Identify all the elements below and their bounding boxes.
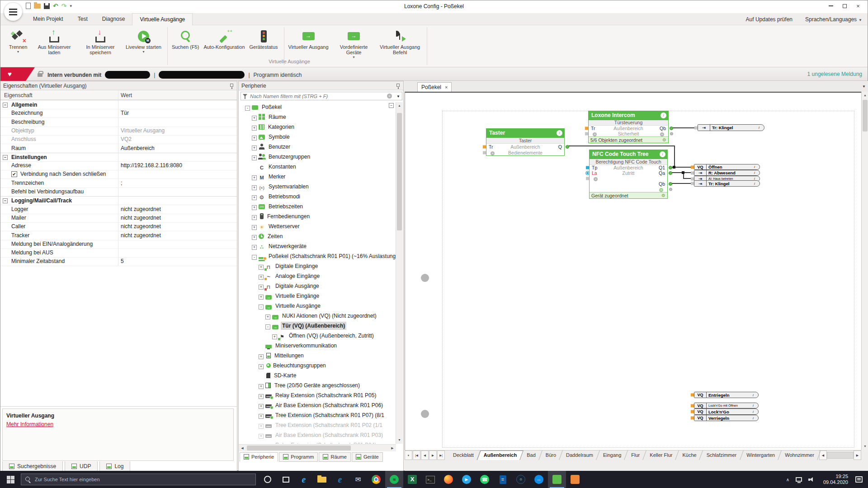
expand-icon[interactable]: + — [252, 235, 257, 240]
expand-icon[interactable]: + — [265, 314, 270, 319]
plus-port-icon[interactable]: + — [660, 132, 664, 136]
scroll-up-icon[interactable]: ▲ — [396, 102, 403, 109]
periphery-tab-programm[interactable]: Programm — [279, 452, 318, 462]
page-tab-wintergarten[interactable]: Wintergarten — [741, 450, 780, 460]
property-row-meldung-bei-aus[interactable]: Meldung bei AUS — [0, 249, 237, 258]
output-box-abwesend[interactable]: ⇥R: Abwesendi — [694, 170, 760, 176]
pin-icon[interactable] — [230, 84, 233, 87]
page-tab-außenbereich[interactable]: Außenbereich — [479, 450, 522, 460]
plus-port-icon[interactable]: + — [491, 151, 495, 155]
info-icon[interactable]: i — [753, 415, 758, 421]
tree-item-betriebszeiten[interactable]: +Betriebszeiten — [239, 202, 396, 211]
expand-icon[interactable]: + — [259, 285, 264, 290]
output-port[interactable] — [670, 132, 673, 136]
tree-item-zeiten[interactable]: +Zeiten — [239, 231, 396, 241]
info-icon[interactable]: i — [753, 392, 758, 398]
terminal-icon[interactable]: >_ — [421, 471, 439, 488]
expand-icon[interactable]: + — [259, 354, 264, 359]
tree-item-wetterserver[interactable]: +☀Wetterserver — [239, 221, 396, 231]
menu-tab-mein-projekt[interactable]: Mein Projekt — [26, 13, 71, 25]
output-port[interactable] — [669, 166, 672, 169]
ribbon-button-suchen-f5[interactable]: Suchen (F5) — [170, 28, 202, 51]
tree-item-virtuelle-eingänge[interactable]: +→Virtuelle Eingänge — [239, 291, 396, 301]
tree-item-relay-extension-schaltschrank-r01-p04[interactable]: +Relay Extension (Schaltschrank R01 P04) — [239, 440, 396, 444]
info-icon[interactable]: i — [753, 403, 758, 408]
property-row-bezeichnung[interactable]: BezeichnungTür — [0, 109, 237, 118]
ribbon-button-vordefinierte-geräte[interactable]: Vordefinierte Geräte▾ — [331, 28, 377, 60]
property-row-objekttyp[interactable]: ObjekttypVirtueller Ausgang — [0, 127, 237, 136]
plus-port-icon[interactable]: + — [594, 177, 598, 181]
taskbar-clock[interactable]: 19:25 09.04.2020 — [823, 474, 848, 485]
tree-item-beleuchtungsgruppen[interactable]: +Beleuchtungsgruppen — [239, 361, 396, 371]
loxone-config-icon[interactable] — [548, 471, 566, 488]
expand-icon[interactable]: + — [252, 175, 257, 180]
collapse-icon[interactable]: - — [245, 106, 250, 111]
input-port[interactable] — [586, 166, 589, 169]
file-explorer-icon[interactable] — [313, 471, 331, 488]
periphery-tab-peripherie[interactable]: Peripherie — [240, 452, 278, 462]
network-icon[interactable] — [796, 477, 802, 482]
output-box-lockngo[interactable]: VQLock'n'Goi — [694, 408, 759, 415]
property-row-verbindung-nach-senden-schließen[interactable]: ✔Verbindung nach Senden schließen — [0, 170, 237, 179]
tree-item-tree-20-50-geräte-angeschlossen[interactable]: +Tree (20/50 Geräte angeschlossen) — [239, 380, 396, 390]
canvas-vertical-scrollbar[interactable]: ▲ ▼ — [861, 92, 868, 450]
whatsapp-icon[interactable]: ☎ — [476, 471, 494, 488]
tree-item-kategorien[interactable]: +Kategorien — [239, 122, 396, 132]
expand-icon[interactable]: + — [259, 414, 264, 419]
vertical-scrollbar[interactable]: ▲ ▼ — [396, 102, 403, 444]
scrollbar-thumb[interactable] — [397, 113, 402, 230]
ribbon-button-liveview-starten[interactable]: Liveview starten▾ — [123, 28, 164, 55]
output-box-klingel-2[interactable]: ⇥Tr: Klingeli — [694, 180, 760, 187]
expand-icon[interactable]: + — [259, 295, 264, 300]
excel-icon[interactable]: X — [403, 471, 421, 488]
canvas-tab-possekel[interactable]: Poßekel× — [417, 82, 452, 92]
tree-item-sd-karte[interactable]: SD-Karte — [239, 371, 396, 380]
last-page-button[interactable]: ▶| — [437, 450, 445, 460]
page-tab-daddelraum[interactable]: Daddelraum — [561, 450, 598, 460]
ribbon-button-auto-konfiguration[interactable]: Auto-Konfiguration — [201, 28, 247, 51]
output-box-oeffnen[interactable]: VQÖffneni — [694, 164, 760, 170]
tree-item-benutzer[interactable]: +Benutzer — [239, 142, 396, 152]
output-port[interactable] — [669, 182, 672, 186]
languages-dropdown[interactable]: Sprachen/Languages▼ — [805, 16, 862, 23]
collapse-icon[interactable]: - — [259, 305, 264, 310]
property-row-adresse[interactable]: Adressehttp://192.168.2.116:8080 — [0, 161, 237, 170]
back-button[interactable]: ▾ — [405, 450, 412, 460]
tree-item-öffnen-vq-außenbereich-zutritt[interactable]: +⚑Öffnen (VQ) (Außenbereich, Zutritt) — [239, 331, 396, 341]
unread-messages-link[interactable]: 1 ungelesene Meldung — [807, 71, 862, 77]
expand-icon[interactable]: + — [252, 195, 257, 200]
menu-tab-test[interactable]: Test — [71, 13, 95, 25]
prev-page-button[interactable]: ◀ — [421, 450, 429, 460]
info-icon[interactable]: i — [754, 181, 760, 186]
page-tab-büro[interactable]: Büro — [541, 450, 561, 460]
ribbon-button-in-miniserver-speichern[interactable]: In Miniserver speichern — [77, 28, 123, 56]
scroll-down-icon[interactable]: ▼ — [862, 443, 868, 450]
page-tab-küche[interactable]: Küche — [677, 450, 701, 460]
info-icon[interactable]: i — [557, 130, 562, 136]
ribbon-button-aus-miniserver-laden[interactable]: Aus Miniserver laden — [31, 28, 77, 56]
input-port[interactable] — [483, 145, 486, 148]
tree-item-air-base-extension-schaltschrank-r01-p06[interactable]: +Air Base Extension (Schaltschrank R01 P… — [239, 400, 396, 410]
tree-item-merker[interactable]: +MMerker — [239, 172, 396, 182]
edge-dark-icon[interactable]: e — [331, 471, 349, 488]
property-row-minimaler-zeitabstand[interactable]: Minimaler Zeitabstand5 — [0, 257, 237, 266]
loxone-app-icon[interactable] — [566, 471, 584, 488]
more-information-link[interactable]: Mehr Informationen — [6, 421, 230, 427]
output-port[interactable] — [670, 127, 673, 130]
property-row-trennzeichen[interactable]: Trennzeichen; — [0, 179, 237, 188]
collapse-icon[interactable]: - — [252, 255, 257, 260]
expand-icon[interactable]: + — [252, 185, 257, 190]
tree-item-analoge-eingänge[interactable]: +~Analoge Eingänge — [239, 271, 396, 281]
ribbon-button-virtueller-ausgang[interactable]: Virtueller Ausgang — [286, 28, 331, 51]
close-tab-icon[interactable]: × — [445, 84, 448, 90]
start-button[interactable] — [0, 471, 21, 488]
property-row-anschluss[interactable]: AnschlussVQ2 — [0, 135, 237, 144]
mail-icon[interactable]: ✉ — [349, 471, 367, 488]
input-port[interactable] — [586, 172, 589, 175]
expand-icon[interactable]: + — [252, 225, 257, 230]
expand-icon[interactable]: + — [252, 215, 257, 220]
page-tab-schlafzimmer[interactable]: Schlafzimmer — [702, 450, 742, 460]
expand-icon[interactable]: + — [259, 265, 264, 270]
tree-item-symbole[interactable]: +Symbole — [239, 132, 396, 142]
tree-item-poßekel[interactable]: -Poßekel — [239, 102, 396, 112]
